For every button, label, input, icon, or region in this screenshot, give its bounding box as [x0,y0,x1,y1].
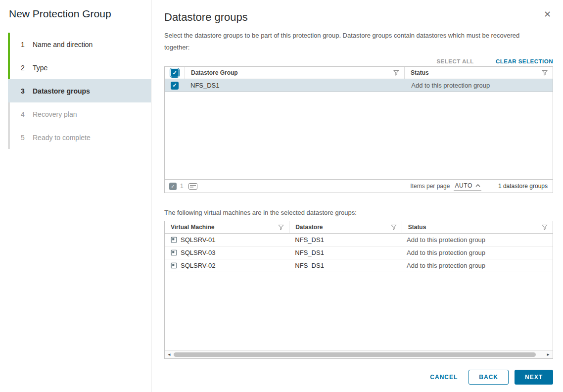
step-number: 2 [21,64,28,72]
vm-name-cell: SQLSRV-02 [165,262,289,269]
select-all-button[interactable]: SELECT ALL [436,58,474,64]
table-row: SQLSRV-03 NFS_DS1 Add to this protection… [165,246,553,259]
vm-icon [171,237,177,243]
page-title: Datastore groups [164,11,553,24]
datastore-group-status: Add to this protection group [405,82,553,89]
next-button[interactable]: NEXT [515,370,553,385]
items-per-page-label: Items per page [410,183,450,190]
column-header-datastore-group: Datastore Group [185,67,404,79]
datastore-groups-table: ✓ Datastore Group Status ✓ [164,66,553,193]
step-datastore-groups[interactable]: 3 Datastore groups [8,79,151,102]
items-per-page-control: Items per page AUTO 1 datastore groups [410,182,548,191]
page-size-select[interactable]: AUTO [454,182,481,191]
column-label: Datastore Group [191,69,238,76]
new-protection-group-dialog: New Protection Group 1 Name and directio… [0,0,563,392]
vm-name: SQLSRV-03 [181,249,216,256]
vm-datastore: NFS_DS1 [289,262,401,269]
vm-icon [171,249,177,256]
filter-icon[interactable] [393,70,399,76]
back-button[interactable]: BACK [469,370,509,385]
step-number: 1 [21,41,28,49]
scrollbar-thumb[interactable] [174,352,536,357]
vm-table-header: Virtual Machine Datastore Status [165,221,553,234]
filter-icon[interactable] [542,224,548,230]
vm-name-cell: SQLSRV-01 [165,236,289,244]
chevron-up-icon [475,184,480,187]
step-label: Type [33,64,47,72]
virtual-machines-table: Virtual Machine Datastore Status [164,221,553,359]
column-header-datastore: Datastore [289,221,402,233]
vm-datastore: NFS_DS1 [289,249,401,256]
vm-status: Add to this protection group [401,262,553,269]
selected-count: 1 [180,183,184,190]
vm-status: Add to this protection group [401,236,553,244]
cancel-button[interactable]: CANCEL [425,370,463,385]
table-row: SQLSRV-01 NFS_DS1 Add to this protection… [165,234,553,246]
datastore-table-footer: ✓ 1 Items per page AUTO 1 datastore grou… [165,179,553,193]
step-number: 3 [21,87,28,95]
page-size-value: AUTO [455,182,472,189]
column-label: Virtual Machine [171,224,214,231]
step-label: Name and direction [33,41,93,49]
step-ready-to-complete: 5 Ready to complete [8,126,151,149]
filter-icon[interactable] [278,224,284,230]
column-label: Datastore [295,224,323,231]
selection-actions: SELECT ALL CLEAR SELECTION [164,58,553,64]
vm-section-heading: The following virtual machines are in th… [164,209,553,216]
vm-name: SQLSRV-01 [181,236,216,244]
scroll-right-icon[interactable]: ► [545,351,552,359]
empty-table-area [165,92,553,179]
datastore-group-name: NFS_DS1 [185,82,405,89]
column-settings-icon[interactable] [188,183,197,190]
wizard-steps: 1 Name and direction 2 Type 3 Datastore … [8,33,151,149]
step-type[interactable]: 2 Type [8,56,151,79]
step-recovery-plan: 4 Recovery plan [8,102,151,126]
step-name-and-direction[interactable]: 1 Name and direction [8,33,151,56]
table-row: SQLSRV-02 NFS_DS1 Add to this protection… [165,259,553,272]
wizard-footer-buttons: CANCEL BACK NEXT [164,370,553,385]
vm-name-cell: SQLSRV-03 [165,249,289,256]
scrollbar-track[interactable] [174,352,544,357]
close-icon[interactable]: ✕ [542,8,553,21]
scroll-left-icon[interactable]: ◄ [166,351,173,359]
filter-icon[interactable] [542,70,548,76]
vm-icon [171,262,177,269]
wizard-sidebar: New Protection Group 1 Name and directio… [0,0,151,392]
column-header-status: Status [404,67,553,79]
total-count: 1 datastore groups [498,183,548,190]
horizontal-scrollbar[interactable]: ◄ ► [165,350,553,358]
step-number: 5 [21,134,28,142]
table-row[interactable]: ✓ NFS_DS1 Add to this protection group [165,79,553,92]
step-label: Ready to complete [33,134,91,142]
column-label: Status [411,69,429,76]
wizard-content: ✕ Datastore groups Select the datastore … [151,0,563,392]
selected-count-icon: ✓ [169,183,177,190]
step-label: Recovery plan [33,110,77,118]
step-number: 4 [21,110,28,118]
select-all-checkbox[interactable]: ✓ [171,69,179,77]
select-all-checkbox-cell: ✓ [165,67,185,79]
vm-status: Add to this protection group [401,249,553,256]
vm-name: SQLSRV-02 [181,262,216,269]
filter-icon[interactable] [391,224,397,230]
column-header-virtual-machine: Virtual Machine [165,221,289,233]
row-checkbox-cell: ✓ [165,82,185,90]
page-description: Select the datastore groups to be part o… [164,30,540,53]
empty-table-area [165,272,553,350]
column-header-status: Status [402,221,553,233]
vm-datastore: NFS_DS1 [289,236,401,244]
column-label: Status [408,224,426,231]
datastore-table-header: ✓ Datastore Group Status [165,67,553,79]
clear-selection-button[interactable]: CLEAR SELECTION [496,58,553,64]
wizard-title: New Protection Group [9,8,142,20]
step-label: Datastore groups [33,87,90,95]
row-checkbox[interactable]: ✓ [171,82,179,90]
